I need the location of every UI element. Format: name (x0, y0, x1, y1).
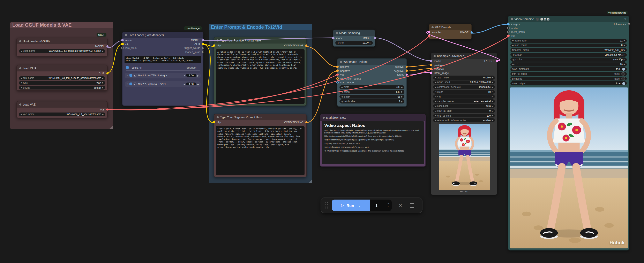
toggle-off[interactable] (622, 77, 625, 80)
input-positive-port[interactable] (336, 66, 338, 68)
widget-trim-to-audio[interactable]: trim_to_audiofalse (510, 72, 627, 76)
widget-type[interactable]: ◀typewan▶ (19, 81, 105, 85)
decrement-arrow[interactable]: ◀ (341, 96, 342, 98)
node-header[interactable]: Model Sampling (333, 30, 375, 36)
widget-pingpong[interactable]: pingpongfalse (510, 77, 627, 81)
run-button[interactable]: ▷ Run ⌄ (332, 200, 370, 211)
node-header[interactable]: Lora Loader (LoraManager) (122, 32, 203, 38)
collapse-dot[interactable] (336, 32, 338, 34)
input-meta-batch-port[interactable] (507, 31, 510, 33)
collapse-dot[interactable] (216, 116, 218, 118)
lora-row[interactable]: ≡ ▶ Wan2.2-Lightning_T2V-v1.... ◀ 1.00 ▶ (125, 81, 200, 87)
help-icon[interactable]: ? (624, 17, 626, 21)
increment-arrow[interactable]: ▶ (492, 110, 493, 112)
output-latent-port[interactable] (406, 73, 408, 76)
positive-prompt-textarea[interactable]: A HiRes video of an 18 year old Irish Re… (216, 49, 304, 104)
output-image-port[interactable] (470, 31, 472, 33)
group-load-gguf-header[interactable]: Load GGUF Models & VAE (10, 22, 113, 28)
widget-control-after-generate[interactable]: ◀control after generaterandomize▶ (433, 85, 495, 89)
node-negative-prompt[interactable]: Type Your Negative Prompt Here clipCONDI… (214, 114, 306, 177)
decrement-arrow[interactable]: ◀ (512, 54, 514, 56)
increment-arrow[interactable]: ▶ (401, 91, 403, 93)
collapse-dot[interactable] (19, 40, 21, 42)
widget-unet-name[interactable]: ◀unet_nameWAN/wan2.2-t2v-rapid-aio-v10-n… (19, 49, 105, 53)
increment-arrow[interactable]: ▶ (492, 100, 493, 102)
increment-arrow[interactable]: ▶ (624, 40, 625, 42)
expand-icon[interactable]: ▶ (133, 83, 136, 85)
collapse-dot[interactable] (511, 18, 513, 20)
collapse-dot[interactable] (19, 104, 21, 106)
toggle-on[interactable] (622, 82, 625, 85)
node-graph-canvas[interactable]: Load GGUF Models & VAE Enter Prompt & En… (0, 0, 644, 263)
input-lora-stack-port[interactable] (121, 47, 124, 49)
widget-clip-name[interactable]: ◀clip_nameWAN/umt5_xxl_fp8_e4m3fn_scaled… (19, 76, 105, 80)
node-header[interactable]: Load CLIP (17, 65, 107, 71)
input-negative-port[interactable] (336, 70, 338, 72)
increment-arrow[interactable]: ▶ (102, 113, 104, 115)
decrement-arrow[interactable]: ◀ (20, 82, 22, 84)
markdown-content[interactable]: Video aspect Ratios 240p: Often around 3… (322, 121, 424, 164)
toolbar-drag-handle-icon[interactable] (325, 202, 328, 209)
lora-enabled-checkbox[interactable] (129, 82, 132, 85)
increment-arrow[interactable]: ▶ (401, 86, 403, 88)
drag-handle-icon[interactable]: ≡ (126, 74, 128, 77)
output-trigger-words-port[interactable] (202, 47, 204, 49)
collapse-dot[interactable] (322, 117, 324, 119)
decrement-arrow[interactable]: ◀ (512, 44, 514, 46)
increment-arrow[interactable]: ▶ (624, 54, 625, 56)
clear-queue-icon[interactable]: ✕ (399, 203, 402, 208)
node-unet-loader[interactable]: Unet Loader (GGUF) MODEL ◀unet_nameWAN/w… (16, 38, 108, 57)
decrement-arrow[interactable]: ◀ (184, 83, 185, 85)
increment-arrow[interactable]: ▶ (102, 50, 104, 52)
node-header[interactable]: KSampler (Advanced) (431, 53, 497, 59)
input-start-image-port[interactable] (336, 81, 338, 84)
widget-device[interactable]: ◀devicedefault▶ (19, 86, 105, 90)
negative-prompt-textarea[interactable]: static pose, broken pose, stiff movement… (216, 126, 304, 175)
lora-strength-value[interactable]: 1.00 (186, 82, 196, 85)
widget-sampler-name[interactable]: ◀sampler_nameeuler_ancestral▶ (433, 99, 495, 103)
widget-width[interactable]: ◀width480▶ (340, 85, 404, 89)
node-header[interactable]: Type Your Positive Prompt Here (214, 37, 306, 43)
node-header[interactable]: Unet Loader (GGUF) (17, 38, 107, 44)
decrement-arrow[interactable]: ◀ (435, 86, 436, 88)
strength-sort-icon[interactable]: ↔ (197, 66, 200, 69)
increment-arrow[interactable]: ▶ (102, 82, 104, 84)
decrement-arrow[interactable]: ◀ (435, 81, 436, 83)
input-positive-port[interactable] (430, 64, 432, 66)
increment-arrow[interactable]: ▶ (102, 77, 104, 79)
input-model-port[interactable] (430, 60, 432, 62)
increment-arrow[interactable]: ▶ (401, 96, 403, 98)
increment-arrow[interactable]: ▶ (197, 74, 199, 77)
widget-vae-name[interactable]: ◀vae_nameWAN/wan_2.1_vae.safetensors▶ (19, 112, 105, 116)
widget-return-with-leftover-noise[interactable]: ◀return_with_leftover_noiseenable▶ (433, 118, 495, 122)
output-filenames-port[interactable] (628, 23, 630, 25)
increment-arrow[interactable]: ▶ (197, 83, 199, 85)
decrement-arrow[interactable]: ◀ (435, 119, 436, 121)
lora-enabled-checkbox[interactable] (129, 74, 132, 77)
group-resize-handle[interactable] (109, 126, 112, 129)
widget-height[interactable]: ◀height640▶ (340, 90, 404, 94)
widget-scheduler[interactable]: ◀schedulerbeta▶ (433, 104, 495, 108)
output-loaded-loras-port[interactable] (202, 51, 204, 53)
group-resize-handle[interactable] (309, 179, 312, 183)
increment-arrow[interactable]: ▶ (624, 63, 625, 65)
expand-icon[interactable]: ▶ (133, 74, 136, 77)
increment-arrow[interactable]: ▶ (492, 86, 493, 88)
increment-arrow[interactable]: ▶ (624, 44, 625, 46)
drag-handle-icon[interactable]: ≡ (126, 83, 128, 85)
decrement-arrow[interactable]: ◀ (20, 87, 22, 89)
increment-arrow[interactable]: ▶ (492, 105, 493, 107)
node-header[interactable]: VAE Decode (429, 24, 472, 30)
input-audio-port[interactable] (507, 27, 510, 29)
collapse-dot[interactable] (216, 40, 218, 41)
input-model-port[interactable] (332, 37, 334, 39)
collapse-dot[interactable] (125, 34, 127, 36)
widget-save-metadata[interactable]: save_metadatatrue (510, 67, 627, 71)
decrement-arrow[interactable]: ◀ (435, 91, 436, 93)
widget-start-at-step[interactable]: ◀start_at_step0▶ (433, 109, 495, 113)
widget-add-noise[interactable]: ◀add_noiseenable▶ (433, 76, 495, 79)
collapse-dot[interactable] (432, 26, 433, 28)
increment-arrow[interactable]: ▶ (492, 77, 493, 79)
increment-arrow[interactable]: ▶ (492, 119, 493, 121)
increment-arrow[interactable]: ▶ (492, 95, 493, 97)
